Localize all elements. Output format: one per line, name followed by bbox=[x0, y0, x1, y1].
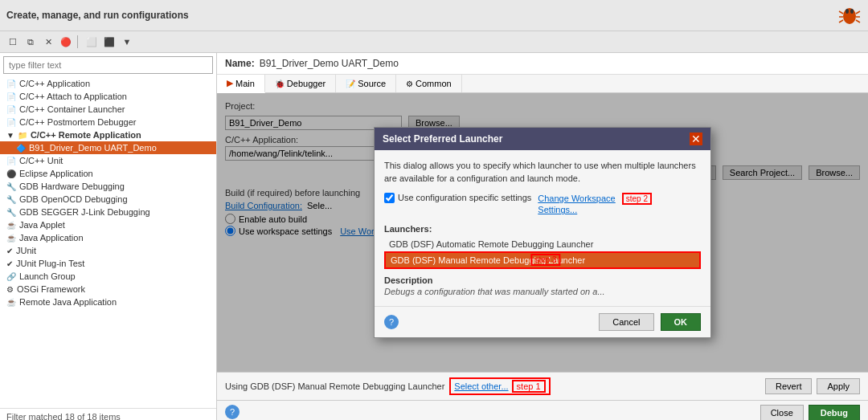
svg-line-7 bbox=[856, 20, 860, 22]
settings-link[interactable]: Settings... bbox=[538, 204, 615, 215]
launcher-automatic[interactable]: GDB (DSF) Automatic Remote Debugging Lau… bbox=[384, 237, 701, 251]
gdb-segger-icon: 🔧 bbox=[6, 208, 16, 217]
select-preferred-launcher-modal: Select Preferred Launcher ✕ This dialog … bbox=[374, 127, 711, 337]
name-label: Name: bbox=[225, 58, 255, 69]
main-layout: 📄 C/C++ Application 📄 C/C++ Attach to Ap… bbox=[0, 53, 868, 420]
remote-app-prefix: 📁 bbox=[18, 131, 27, 140]
tree-item-java-applet[interactable]: ☕ Java Applet bbox=[0, 218, 216, 231]
description-section: Description Debugs a configuration that … bbox=[384, 275, 701, 296]
tab-source[interactable]: 📝 Source bbox=[336, 75, 396, 92]
help-icon[interactable]: ? bbox=[384, 315, 399, 329]
debugger-tab-icon: 🐞 bbox=[275, 80, 285, 88]
modal-footer-buttons: Cancel OK bbox=[599, 313, 701, 331]
launcher-manual[interactable]: GDB (DSF) Manual Remote Debugging Launch… bbox=[384, 251, 701, 269]
svg-point-8 bbox=[845, 9, 849, 14]
filter-input[interactable] bbox=[3, 56, 213, 74]
step2-badge: step 2 bbox=[622, 193, 652, 205]
new-config-button[interactable]: ☐ bbox=[5, 34, 21, 50]
tree-item-cpp-remote[interactable]: ▼ 📁 C/C++ Remote Application bbox=[0, 128, 216, 141]
java-applet-icon: ☕ bbox=[6, 221, 16, 230]
modal-footer: ? Cancel OK bbox=[375, 306, 710, 337]
debug-button[interactable]: Debug bbox=[809, 405, 860, 420]
junit-icon: ✔ bbox=[6, 247, 13, 255]
tree-item-junit[interactable]: ✔ JUnit bbox=[0, 244, 216, 257]
bottom-bar: Using GDB (DSF) Manual Remote Debugging … bbox=[217, 372, 868, 400]
cpp-container-icon: 📄 bbox=[6, 105, 16, 114]
description-text: Debugs a configuration that was manually… bbox=[384, 287, 701, 296]
right-panel: Name: B91_Driver_Demo UART_Demo ▶ Main 🐞… bbox=[217, 53, 868, 420]
modal-body: This dialog allows you to specify which … bbox=[375, 150, 710, 305]
close-debug-bar: ? Close Debug bbox=[217, 400, 868, 420]
checkbox-label: Use configuration specific settings bbox=[398, 193, 531, 202]
cpp-app-icon: 📄 bbox=[6, 80, 16, 88]
svg-line-2 bbox=[839, 11, 843, 14]
tree-item-osgi[interactable]: ⚙ OSGi Framework bbox=[0, 283, 216, 296]
tree-item-cpp-container[interactable]: 📄 C/C++ Container Launcher bbox=[0, 103, 216, 116]
apply-button[interactable]: Apply bbox=[817, 378, 860, 394]
cpp-unit-icon: 📄 bbox=[6, 157, 16, 165]
name-value: B91_Driver_Demo UART_Demo bbox=[260, 58, 399, 69]
launcher-text: Using GDB (DSF) Manual Remote Debugging … bbox=[225, 381, 444, 391]
modal-title: Select Preferred Launcher bbox=[383, 133, 502, 145]
modal-close-button[interactable]: ✕ bbox=[690, 133, 702, 145]
toolbar: ☐ ⧉ ✕ 🔴 ⬜ ⬛ ▼ bbox=[0, 31, 868, 53]
eclipse-icon: ⚫ bbox=[6, 169, 16, 178]
tree-item-gdb-hardware[interactable]: 🔧 GDB Hardware Debugging bbox=[0, 180, 216, 193]
help-bottom-icon[interactable]: ? bbox=[225, 405, 240, 419]
tab-main[interactable]: ▶ Main bbox=[217, 75, 265, 93]
cpp-attach-icon: 📄 bbox=[6, 92, 16, 101]
filter-button[interactable]: 🔴 bbox=[58, 34, 74, 50]
svg-line-4 bbox=[839, 20, 843, 22]
tree-item-java-app[interactable]: ☕ Java Application bbox=[0, 231, 216, 244]
revert-button[interactable]: Revert bbox=[765, 378, 812, 394]
step3-badge: step 3 bbox=[530, 254, 560, 266]
collapse-all-button[interactable]: ⬜ bbox=[84, 34, 100, 50]
tree-item-b91-demo[interactable]: 🔷 B91_Driver_Demo UART_Demo bbox=[0, 141, 216, 154]
launch-group-icon: 🔗 bbox=[6, 272, 16, 281]
cancel-button[interactable]: Cancel bbox=[599, 313, 653, 331]
modal-description: This dialog allows you to specify which … bbox=[384, 160, 701, 185]
step1-badge: step 1 bbox=[512, 380, 546, 393]
expand-all-button[interactable]: ⬛ bbox=[101, 34, 117, 50]
svg-point-9 bbox=[850, 9, 854, 14]
modal-header: Select Preferred Launcher ✕ bbox=[375, 128, 710, 150]
modal-checkbox-row: Use configuration specific settings Chan… bbox=[384, 193, 701, 216]
change-workspace-link[interactable]: Change Workspace bbox=[538, 193, 615, 204]
bottom-action-buttons: Revert Apply bbox=[765, 378, 860, 394]
bug-icon bbox=[837, 3, 862, 27]
name-bar: Name: B91_Driver_Demo UART_Demo bbox=[217, 53, 868, 75]
ok-button[interactable]: OK bbox=[661, 313, 702, 331]
select-other-link[interactable]: Select other... bbox=[454, 381, 508, 391]
main-tab-icon: ▶ bbox=[227, 78, 233, 88]
launcher-list: GDB (DSF) Automatic Remote Debugging Lau… bbox=[384, 237, 701, 269]
select-other-box: Select other... step 1 bbox=[449, 377, 550, 395]
use-config-specific-checkbox[interactable] bbox=[384, 193, 395, 203]
cpp-remote-icon: ▼ bbox=[6, 131, 14, 140]
tree-item-gdb-openocd[interactable]: 🔧 GDB OpenOCD Debugging bbox=[0, 193, 216, 206]
tree-item-junit-plugin[interactable]: ✔ JUnit Plug-in Test bbox=[0, 257, 216, 270]
remote-java-icon: ☕ bbox=[6, 298, 16, 307]
sort-button[interactable]: ▼ bbox=[119, 34, 135, 50]
delete-button[interactable]: ✕ bbox=[40, 34, 56, 50]
tree-item-cpp-app[interactable]: 📄 C/C++ Application bbox=[0, 77, 216, 90]
page-title: Create, manage, and run configurations bbox=[6, 10, 189, 21]
tree-item-cpp-postmortem[interactable]: 📄 C/C++ Postmortem Debugger bbox=[0, 116, 216, 128]
tree-item-launch-group[interactable]: 🔗 Launch Group bbox=[0, 270, 216, 283]
close-button[interactable]: Close bbox=[760, 405, 804, 420]
tree-item-cpp-attach[interactable]: 📄 C/C++ Attach to Application bbox=[0, 90, 216, 103]
b91-icon: 🔷 bbox=[16, 144, 26, 153]
content-area: Project: Browse... C/C++ Application: el… bbox=[217, 93, 868, 372]
tree-item-remote-java[interactable]: ☕ Remote Java Application bbox=[0, 296, 216, 308]
filter-status: Filter matched 18 of 18 items bbox=[0, 408, 216, 420]
launchers-label: Launchers: bbox=[384, 224, 701, 234]
tree-item-gdb-segger[interactable]: 🔧 GDB SEGGER J-Link Debugging bbox=[0, 206, 216, 218]
tree-item-cpp-unit[interactable]: 📄 C/C++ Unit bbox=[0, 154, 216, 167]
tree-list: 📄 C/C++ Application 📄 C/C++ Attach to Ap… bbox=[0, 77, 216, 408]
left-panel: 📄 C/C++ Application 📄 C/C++ Attach to Ap… bbox=[0, 53, 217, 420]
duplicate-button[interactable]: ⧉ bbox=[23, 34, 39, 50]
tree-item-eclipse-app[interactable]: ⚫ Eclipse Application bbox=[0, 167, 216, 180]
tab-common[interactable]: ⚙ Common bbox=[396, 75, 462, 92]
tab-debugger[interactable]: 🐞 Debugger bbox=[265, 75, 336, 92]
osgi-icon: ⚙ bbox=[6, 285, 14, 294]
java-app-icon: ☕ bbox=[6, 234, 16, 243]
